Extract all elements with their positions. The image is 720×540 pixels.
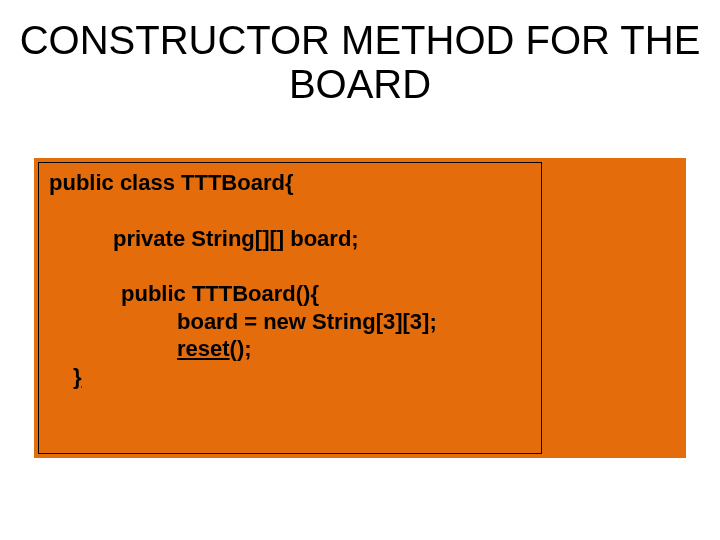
code-block: public class TTTBoard{ private String[][…: [38, 162, 542, 454]
code-line-close-brace: }: [49, 363, 531, 391]
slide-title: CONSTRUCTOR METHOD FOR THE BOARD: [0, 18, 720, 106]
code-line-field-decl: private String[][] board;: [49, 225, 531, 253]
reset-method-parens: ();: [230, 336, 252, 361]
code-line-constructor-decl: public TTTBoard(){: [49, 280, 531, 308]
blank-line: [49, 252, 531, 280]
code-line-class-decl: public class TTTBoard{: [49, 169, 531, 197]
code-line-reset-call: reset();: [49, 335, 531, 363]
blank-line: [49, 197, 531, 225]
code-line-assign: board = new String[3][3];: [49, 308, 531, 336]
slide: CONSTRUCTOR METHOD FOR THE BOARD public …: [0, 0, 720, 540]
reset-method-name: reset: [177, 336, 230, 361]
